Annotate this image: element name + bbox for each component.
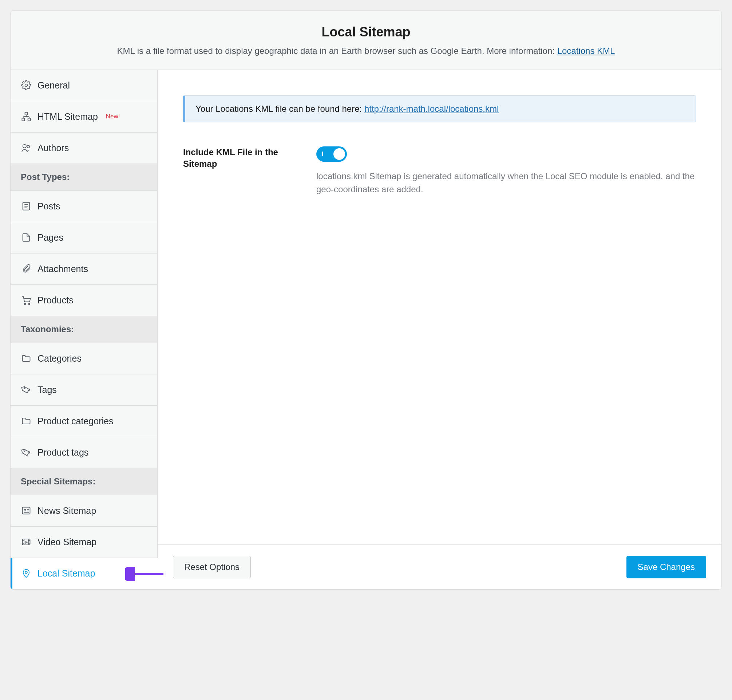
panel-footer: Reset Options Save Changes — [158, 544, 722, 589]
sidebar-item-label: Posts — [38, 201, 60, 212]
post-icon — [21, 201, 32, 212]
svg-point-5 — [27, 145, 29, 148]
sidebar-item-local-sitemap[interactable]: Local Sitemap — [10, 558, 158, 589]
cart-icon — [21, 295, 32, 306]
gear-icon — [21, 80, 32, 91]
sidebar-item-news-sitemap[interactable]: News Sitemap — [10, 495, 157, 526]
setting-include-kml: Include KML File in the Sitemap location… — [183, 146, 696, 196]
svg-point-4 — [23, 144, 26, 148]
sidebar-item-video-sitemap[interactable]: Video Sitemap — [10, 526, 157, 558]
users-icon — [21, 143, 32, 153]
sidebar-item-label: Attachments — [38, 264, 88, 274]
sidebar-item-product-tags[interactable]: Product tags — [10, 437, 157, 468]
sidebar-item-label: Local Sitemap — [38, 568, 95, 579]
svg-point-8 — [28, 303, 30, 305]
sidebar-item-attachments[interactable]: Attachments — [10, 253, 157, 285]
sitemap-icon — [21, 111, 32, 122]
sidebar-item-label: General — [38, 80, 70, 91]
setting-control: locations.kml Sitemap is generated autom… — [316, 146, 696, 196]
sidebar-section-post-types: Post Types: — [10, 164, 157, 191]
svg-point-10 — [24, 450, 25, 451]
new-badge: New! — [106, 113, 120, 120]
sidebar-section-special: Special Sitemaps: — [10, 468, 157, 495]
sidebar-item-label: Pages — [38, 232, 63, 243]
sidebar-item-label: Categories — [38, 353, 82, 364]
panel-header: Local Sitemap KML is a file format used … — [10, 10, 722, 70]
folder-icon — [21, 416, 32, 426]
sidebar-item-tags[interactable]: Tags — [10, 374, 157, 406]
svg-rect-11 — [23, 507, 30, 514]
reset-options-button[interactable]: Reset Options — [173, 556, 251, 578]
attachment-icon — [21, 263, 32, 274]
save-changes-button[interactable]: Save Changes — [626, 556, 706, 578]
sidebar-item-pages[interactable]: Pages — [10, 222, 157, 253]
sidebar-item-label: News Sitemap — [38, 506, 96, 516]
sidebar-item-label: Product tags — [38, 447, 88, 458]
kml-location-notice: Your Locations KML file can be found her… — [183, 96, 696, 122]
svg-point-0 — [25, 84, 28, 87]
panel-body: General HTML Sitemap New! Authors Post T… — [10, 70, 722, 589]
content-inner: Your Locations KML file can be found her… — [158, 70, 722, 544]
svg-rect-2 — [22, 118, 24, 121]
page-icon — [21, 232, 32, 243]
setting-label: Include KML File in the Sitemap — [183, 146, 303, 196]
news-icon — [21, 505, 32, 516]
sidebar-item-products[interactable]: Products — [10, 285, 157, 316]
sidebar-item-authors[interactable]: Authors — [10, 132, 157, 164]
sidebar-item-label: Products — [38, 295, 73, 306]
content-area: Your Locations KML file can be found her… — [158, 70, 722, 589]
sidebar-item-html-sitemap[interactable]: HTML Sitemap New! — [10, 101, 157, 132]
svg-rect-3 — [28, 118, 31, 121]
tag-icon — [21, 447, 32, 458]
sidebar-item-label: HTML Sitemap — [38, 112, 98, 122]
sidebar-item-general[interactable]: General — [10, 70, 157, 101]
include-kml-toggle[interactable] — [316, 146, 347, 162]
kml-file-link[interactable]: http://rank-math.local/locations.kml — [364, 104, 499, 114]
tag-icon — [21, 384, 32, 395]
settings-panel: Local Sitemap KML is a file format used … — [10, 10, 722, 590]
sidebar-item-posts[interactable]: Posts — [10, 191, 157, 222]
locations-kml-link[interactable]: Locations KML — [557, 46, 615, 56]
svg-point-13 — [25, 571, 27, 573]
video-icon — [21, 537, 32, 547]
sidebar-item-label: Authors — [38, 143, 69, 153]
sidebar-item-label: Tags — [38, 385, 57, 395]
setting-description: locations.kml Sitemap is generated autom… — [316, 170, 696, 196]
page-description: KML is a file format used to display geo… — [25, 45, 707, 57]
svg-point-7 — [24, 303, 26, 305]
sidebar-item-label: Video Sitemap — [38, 537, 97, 547]
svg-rect-1 — [25, 112, 28, 115]
location-pin-icon — [21, 568, 32, 579]
page-title: Local Sitemap — [25, 24, 707, 40]
settings-sidebar: General HTML Sitemap New! Authors Post T… — [10, 70, 158, 589]
folder-icon — [21, 353, 32, 364]
svg-point-9 — [24, 388, 25, 389]
sidebar-item-categories[interactable]: Categories — [10, 343, 157, 374]
sidebar-section-taxonomies: Taxonomies: — [10, 316, 157, 343]
sidebar-item-product-categories[interactable]: Product categories — [10, 406, 157, 437]
sidebar-item-label: Product categories — [38, 416, 113, 426]
